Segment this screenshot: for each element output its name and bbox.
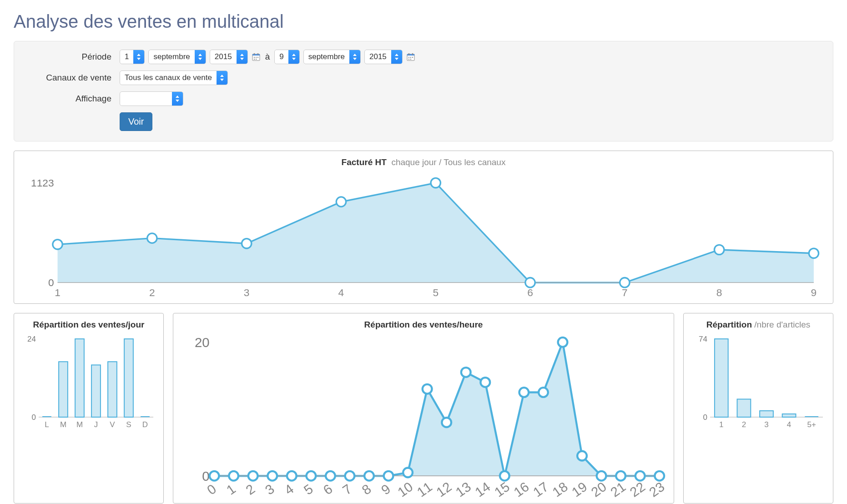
svg-text:19: 19 [569, 479, 590, 499]
svg-text:16: 16 [511, 479, 532, 499]
svg-text:M: M [60, 420, 66, 429]
svg-text:6: 6 [320, 481, 335, 497]
svg-text:1: 1 [223, 481, 238, 497]
svg-text:10: 10 [395, 479, 416, 499]
svg-point-83 [210, 471, 219, 480]
svg-text:14: 14 [472, 479, 493, 499]
chart-hour-svg: 0200123456789101112131415161718192021222… [180, 334, 667, 499]
svg-rect-44 [75, 339, 84, 417]
svg-rect-6 [257, 57, 258, 58]
from-month-select[interactable]: septembre [148, 50, 206, 64]
svg-point-94 [423, 384, 432, 393]
svg-text:L: L [45, 420, 49, 429]
svg-text:17: 17 [530, 479, 551, 499]
to-year-select[interactable]: 2015 [364, 50, 403, 64]
svg-rect-1 [252, 54, 260, 55]
svg-text:S: S [126, 420, 131, 429]
chevron-updown-icon [133, 50, 144, 64]
svg-rect-114 [805, 416, 818, 417]
svg-text:0: 0 [202, 468, 209, 483]
chevron-updown-icon [195, 50, 206, 64]
svg-point-105 [635, 471, 645, 480]
svg-rect-111 [737, 399, 751, 417]
svg-text:1: 1 [55, 287, 60, 298]
svg-rect-17 [410, 59, 411, 60]
svg-point-95 [442, 418, 451, 427]
svg-point-97 [480, 378, 490, 387]
display-label: Affichage [24, 94, 120, 104]
svg-rect-3 [257, 53, 258, 55]
svg-rect-15 [412, 57, 413, 58]
svg-rect-4 [254, 57, 255, 58]
svg-text:5+: 5+ [807, 420, 816, 429]
svg-text:M: M [76, 420, 83, 429]
svg-point-104 [616, 471, 625, 480]
svg-rect-42 [42, 416, 51, 417]
svg-text:7: 7 [340, 481, 354, 497]
svg-text:1: 1 [719, 420, 723, 429]
display-select[interactable] [120, 91, 183, 106]
svg-point-84 [229, 471, 238, 480]
svg-text:3: 3 [262, 481, 277, 497]
svg-text:3: 3 [764, 420, 768, 429]
svg-point-85 [248, 471, 258, 480]
svg-text:4: 4 [282, 481, 296, 497]
svg-rect-5 [256, 57, 257, 58]
to-month-select[interactable]: septembre [303, 50, 361, 64]
chart-main-card: Facturé HT chaque jour / Tous les canaux… [14, 151, 833, 304]
svg-text:D: D [142, 420, 148, 429]
chevron-updown-icon [172, 92, 183, 106]
svg-text:5: 5 [433, 287, 439, 298]
svg-point-36 [620, 278, 630, 287]
svg-point-32 [242, 239, 251, 248]
calendar-icon[interactable] [252, 52, 261, 61]
chevron-updown-icon [217, 71, 227, 85]
svg-rect-113 [782, 414, 796, 417]
chart-articles-title: Répartition [706, 320, 752, 329]
svg-point-37 [714, 245, 724, 254]
from-year-select[interactable]: 2015 [210, 50, 248, 64]
svg-point-38 [809, 248, 818, 258]
chart-hour-card: Répartition des ventes/heure 02001234567… [173, 313, 674, 504]
svg-rect-43 [59, 362, 68, 417]
svg-point-96 [461, 368, 471, 377]
svg-point-33 [336, 197, 346, 207]
channels-select[interactable]: Tous les canaux de vente [120, 71, 228, 85]
svg-point-103 [597, 471, 606, 480]
svg-text:0: 0 [204, 481, 219, 497]
svg-rect-16 [408, 59, 409, 60]
calendar-icon[interactable] [406, 52, 415, 61]
svg-text:1123: 1123 [31, 177, 54, 189]
chevron-updown-icon [237, 50, 247, 64]
svg-point-93 [403, 468, 413, 477]
to-day-select[interactable]: 9 [274, 50, 299, 64]
svg-text:20: 20 [195, 334, 210, 349]
svg-point-31 [147, 233, 157, 243]
svg-rect-2 [254, 53, 255, 55]
svg-text:4: 4 [787, 420, 791, 429]
svg-point-99 [519, 388, 529, 397]
submit-button[interactable]: Voir [120, 112, 152, 131]
svg-point-34 [431, 178, 440, 187]
svg-point-86 [267, 471, 277, 480]
svg-text:21: 21 [608, 479, 629, 499]
chart-main-subtitle: chaque jour / Tous les canaux [391, 157, 505, 167]
svg-rect-45 [91, 365, 101, 417]
chevron-updown-icon [349, 50, 360, 64]
from-day-select[interactable]: 1 [120, 50, 145, 64]
svg-text:5: 5 [301, 481, 316, 497]
svg-text:11: 11 [414, 479, 435, 499]
svg-text:22: 22 [627, 479, 648, 499]
svg-point-98 [500, 471, 509, 480]
svg-text:2: 2 [149, 287, 155, 298]
svg-text:24: 24 [27, 335, 36, 343]
svg-text:20: 20 [588, 479, 609, 499]
svg-rect-14 [410, 57, 411, 58]
svg-rect-112 [760, 411, 773, 417]
svg-text:3: 3 [244, 287, 250, 298]
svg-text:4: 4 [338, 287, 344, 298]
channels-label: Canaux de vente [24, 73, 120, 83]
svg-text:0: 0 [48, 277, 54, 288]
page-title: Analyse des ventes en multicanal [14, 11, 833, 32]
chevron-updown-icon [288, 50, 299, 64]
